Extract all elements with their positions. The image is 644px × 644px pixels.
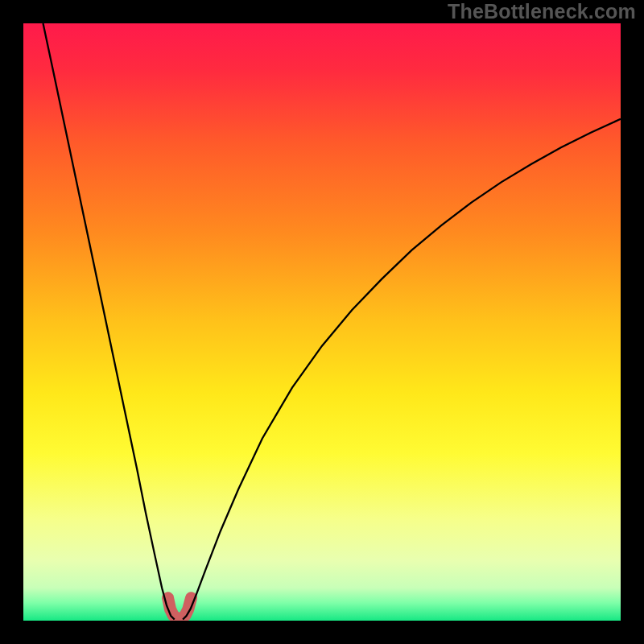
plot-area: [23, 23, 621, 621]
watermark-text: TheBottleneck.com: [448, 0, 636, 23]
gradient-background: [23, 23, 621, 621]
chart-frame: TheBottleneck.com: [0, 0, 644, 644]
plot-svg: [23, 23, 621, 621]
